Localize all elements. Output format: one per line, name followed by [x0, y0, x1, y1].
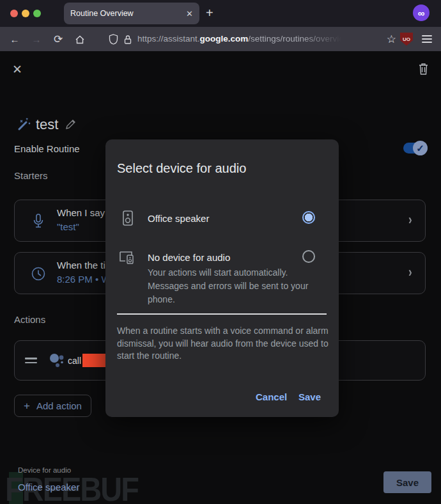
drag-handle-icon[interactable] — [25, 355, 37, 366]
tab-close-icon[interactable]: ✕ — [186, 9, 193, 19]
routine-name: test — [36, 116, 58, 133]
delete-routine-icon[interactable] — [417, 62, 429, 78]
actions-heading: Actions — [14, 314, 45, 325]
add-action-button[interactable]: + Add action — [14, 395, 91, 417]
dialog-note: When a routine starts with a voice comma… — [117, 325, 330, 363]
hamburger-menu-icon[interactable] — [422, 33, 432, 45]
radio-office-speaker[interactable] — [302, 211, 315, 224]
forward-button[interactable]: → — [26, 34, 47, 45]
magic-wand-icon — [17, 116, 32, 134]
maximize-window-button[interactable] — [33, 10, 41, 17]
cancel-button[interactable]: Cancel — [256, 391, 287, 402]
url-bar[interactable]: https://assistant.google.com/settings/ro… — [109, 33, 383, 45]
dialog-title: Select device for audio — [117, 161, 246, 176]
device-for-audio-value[interactable]: Office speaker — [18, 482, 79, 492]
shield-icon[interactable] — [109, 33, 118, 45]
starters-heading: Starters — [14, 170, 48, 181]
dialog-divider — [117, 313, 327, 315]
tab-routine-overview[interactable]: Routine Overview ✕ — [64, 3, 199, 24]
close-window-button[interactable] — [10, 10, 18, 17]
bookmark-star-icon[interactable]: ☆ — [387, 33, 396, 46]
select-device-dialog: Select device for audio Office speaker N… — [105, 139, 339, 417]
chevron-right-icon: › — [408, 265, 412, 281]
browser-window: Routine Overview ✕ + ∞ ← → ⟳ https://ass… — [0, 0, 441, 504]
action-text: call — [68, 356, 81, 366]
new-tab-button[interactable]: + — [206, 6, 213, 20]
dialog-save-button[interactable]: Save — [298, 391, 321, 402]
close-routine-icon[interactable]: ✕ — [12, 62, 22, 77]
add-action-label: Add action — [36, 400, 82, 411]
starter-voice-line2: "test" — [57, 221, 79, 232]
plus-icon: + — [24, 400, 30, 413]
toggle-check-icon[interactable]: ✓ — [413, 141, 428, 155]
option-no-device-description: Your actions will start automatically. M… — [148, 266, 309, 306]
lock-icon[interactable] — [123, 33, 132, 45]
enable-routine-label: Enable Routine — [14, 143, 80, 154]
device-for-audio-label: Device for audio — [18, 466, 71, 474]
tab-title: Routine Overview — [70, 9, 186, 18]
tab-bar: Routine Overview ✕ + ∞ — [0, 0, 441, 27]
microphone-icon — [31, 213, 45, 232]
minimize-window-button[interactable] — [22, 10, 29, 17]
clock-icon — [31, 266, 46, 284]
back-button[interactable]: ← — [4, 34, 26, 45]
assistant-icon — [48, 352, 66, 372]
page-save-button[interactable]: Save — [383, 471, 431, 493]
home-button[interactable] — [69, 33, 91, 45]
private-browsing-icon: ∞ — [413, 4, 429, 21]
speaker-icon — [121, 210, 135, 229]
no-device-icon — [118, 249, 136, 269]
reload-button[interactable]: ⟳ — [47, 33, 69, 46]
option-no-device-label: No device for audio — [148, 252, 230, 263]
option-office-speaker-label: Office speaker — [148, 213, 209, 224]
radio-no-device[interactable] — [302, 250, 315, 263]
address-text[interactable]: https://assistant.google.com/settings/ro… — [137, 34, 344, 43]
navigation-toolbar: ← → ⟳ https://assistant.google.com/setti… — [0, 27, 441, 51]
ublock-extension-icon[interactable]: UO — [400, 33, 413, 46]
edit-pencil-icon[interactable] — [65, 119, 76, 132]
chevron-right-icon: › — [408, 213, 412, 229]
